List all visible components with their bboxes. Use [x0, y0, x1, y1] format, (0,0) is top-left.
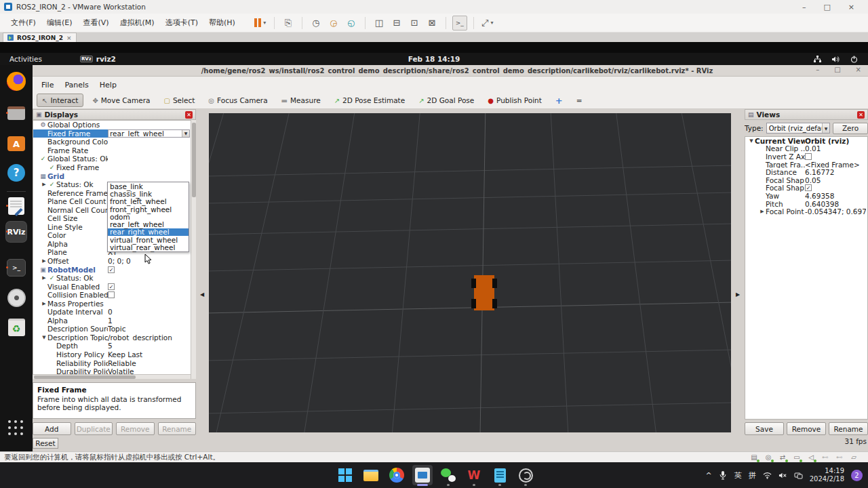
dropdown-item[interactable]: rear_left_wheel: [108, 220, 189, 228]
vmware-menu-item[interactable]: 帮助(H): [203, 16, 241, 30]
show-thumbnail-bar-icon[interactable]: ⊟: [389, 16, 404, 30]
rviz-3d-viewport[interactable]: [209, 113, 731, 432]
fixed-frame-dropdown[interactable]: base_linkchassis_linkfront_left_wheelfro…: [107, 182, 189, 252]
vm-tab-close-icon[interactable]: ×: [66, 35, 72, 41]
ime-mode-indicator[interactable]: 拼: [749, 470, 756, 481]
add-button[interactable]: Add: [33, 422, 71, 435]
restore-button[interactable]: □: [823, 3, 830, 12]
property-row[interactable]: Frame Rate: [33, 146, 195, 155]
vmware-workstation-icon[interactable]: [412, 465, 433, 485]
property-value[interactable]: rear_left_wheel▼: [108, 129, 190, 138]
dropdown-item[interactable]: base_link: [108, 182, 189, 190]
property-row[interactable]: Alpha1: [33, 317, 195, 325]
tool-measure[interactable]: ▬Measure: [277, 94, 326, 107]
left-panel-collapse-arrow-icon[interactable]: ◀: [199, 289, 205, 300]
message-log-icon[interactable]: ▱: [849, 453, 859, 462]
vmware-menu-item[interactable]: 编辑(E): [41, 16, 78, 30]
property-value[interactable]: Topic: [108, 325, 190, 333]
help-icon[interactable]: ?: [5, 162, 27, 184]
volume-icon[interactable]: [831, 55, 840, 63]
expand-arrow-icon[interactable]: ▶: [41, 258, 47, 264]
remove-button[interactable]: Remove: [787, 422, 826, 435]
chrome-icon[interactable]: [387, 465, 407, 485]
file-explorer-icon[interactable]: [361, 465, 381, 485]
chevron-down-icon[interactable]: ▼: [182, 130, 189, 137]
rviz-menu-help[interactable]: Help: [95, 79, 121, 91]
zero-button[interactable]: Zero: [833, 123, 868, 134]
displays-close-icon[interactable]: ✕: [185, 111, 193, 119]
expand-arrow-icon[interactable]: ▶: [41, 301, 47, 306]
property-row[interactable]: Yaw4.69358: [745, 192, 867, 200]
views-close-icon[interactable]: ✕: [857, 111, 865, 119]
input-device-icon[interactable]: [794, 471, 803, 479]
dropdown-item[interactable]: front_left_wheel: [108, 198, 189, 205]
ime-language-indicator[interactable]: 英: [734, 470, 742, 481]
activities-button[interactable]: Activities: [0, 55, 52, 63]
property-value[interactable]: [108, 121, 190, 129]
property-value[interactable]: Reliable: [108, 359, 190, 367]
property-value[interactable]: 0.05: [805, 176, 866, 184]
property-row[interactable]: Fixed Framerear_left_wheel▼: [33, 129, 195, 138]
collapse-arrow-icon[interactable]: ▼: [748, 138, 755, 144]
checkbox-checked[interactable]: ✓: [805, 184, 812, 191]
expand-arrow-icon[interactable]: ▶: [759, 209, 766, 214]
property-value[interactable]: [108, 163, 190, 172]
taskbar-clock[interactable]: 14:19 2024/2/18: [810, 467, 844, 484]
displays-horizontal-scrollbar[interactable]: [33, 374, 191, 379]
dropdown-item[interactable]: rear_right_wheel: [108, 228, 189, 236]
notes-icon[interactable]: [490, 465, 510, 485]
vmware-menu-item[interactable]: 查看(V): [77, 16, 114, 30]
property-row[interactable]: ▣RobotModel✓: [33, 265, 195, 274]
property-row[interactable]: Near Clip ...0.01: [745, 145, 867, 153]
console-view-icon[interactable]: ⊡: [407, 16, 422, 30]
property-value[interactable]: /robot_description: [108, 333, 190, 342]
expand-arrow-icon[interactable]: ▶: [41, 275, 47, 281]
save-button[interactable]: Save: [745, 422, 784, 435]
collapse-arrow-icon[interactable]: ▼: [41, 335, 47, 340]
cdrom-device-icon[interactable]: ◎: [764, 453, 773, 462]
property-row[interactable]: ✓Global Status: Ok: [33, 155, 195, 163]
property-row[interactable]: Visual Enabled✓: [33, 282, 195, 291]
terminal-icon[interactable]: >_: [5, 257, 27, 279]
tool-focus-camera[interactable]: ◎Focus Camera: [203, 94, 272, 107]
property-row[interactable]: Focal Shap...✓: [745, 184, 867, 192]
checkbox-checked[interactable]: ✓: [108, 266, 115, 273]
property-value[interactable]: Orbit (rviz): [805, 137, 866, 145]
vmware-menu-item[interactable]: 文件(F): [5, 16, 41, 30]
property-value[interactable]: ✓: [805, 184, 866, 192]
property-value[interactable]: [108, 155, 190, 163]
property-row[interactable]: ▼Current ViewOrbit (rviz): [745, 137, 867, 145]
property-value[interactable]: 0.01: [805, 145, 866, 153]
views-panel-header[interactable]: ▤ Views ✕: [745, 109, 868, 120]
property-row[interactable]: Target Fra...<Fixed Frame>: [745, 161, 867, 169]
network-icon[interactable]: [813, 55, 822, 63]
property-value[interactable]: 0.640398: [805, 200, 866, 208]
notification-badge[interactable]: 2: [851, 470, 863, 481]
property-value[interactable]: ✓: [108, 265, 190, 274]
firefox-icon[interactable]: [5, 70, 27, 92]
usb-device-icon[interactable]: ⊷: [821, 453, 830, 462]
property-row[interactable]: Background Color: [33, 138, 195, 146]
property-row[interactable]: ▼Description Topic/robot_description: [33, 333, 195, 342]
property-row[interactable]: History PolicyKeep Last: [33, 350, 195, 359]
displays-vertical-scrollbar[interactable]: [191, 120, 196, 379]
show-library-icon[interactable]: ◫: [372, 16, 387, 30]
property-value[interactable]: 5: [108, 342, 190, 350]
property-value[interactable]: 0: [108, 308, 190, 317]
displays-panel-header[interactable]: ▣ Displays ✕: [33, 109, 196, 120]
start-button-icon[interactable]: [335, 465, 355, 485]
vmware-menu-item[interactable]: 选项卡(T): [160, 16, 203, 30]
add-tool-button[interactable]: +: [551, 94, 568, 107]
mic-icon[interactable]: [719, 471, 728, 479]
property-row[interactable]: Pitch0.640398: [745, 200, 867, 208]
app-grid-icon[interactable]: [5, 418, 27, 439]
tool-options-button[interactable]: =: [572, 94, 587, 107]
checkbox-unchecked[interactable]: [805, 153, 812, 160]
property-row[interactable]: Collision Enabled: [33, 291, 195, 300]
rviz-close-button[interactable]: ×: [856, 66, 861, 73]
snapshot-manager-icon[interactable]: ◵: [344, 16, 359, 30]
dropdown-item[interactable]: virtual_rear_wheel: [108, 243, 189, 251]
snapshot-take-icon[interactable]: ◷: [309, 16, 323, 30]
property-value[interactable]: [108, 171, 190, 180]
ubuntu-clock[interactable]: Feb 18 14:19: [408, 55, 460, 63]
